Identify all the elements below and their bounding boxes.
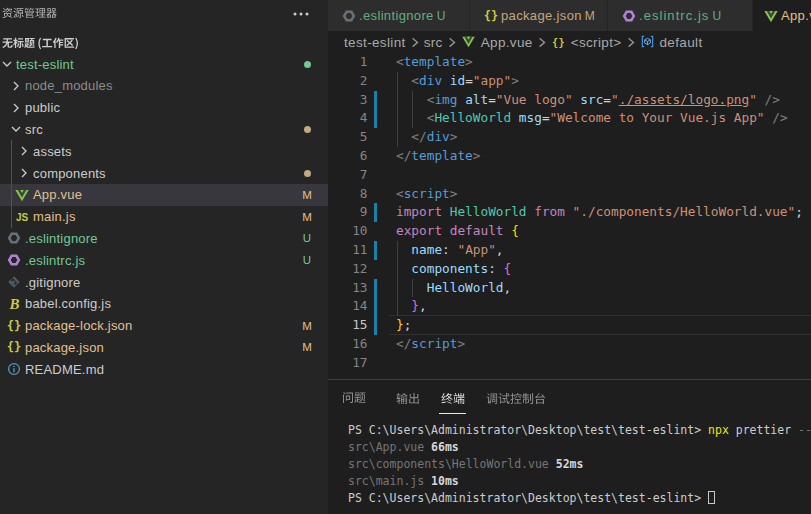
breadcrumb-separator-icon bbox=[407, 34, 423, 50]
panel-tab-debug-console[interactable] bbox=[486, 391, 547, 405]
breadcrumb-item-default[interactable]: default bbox=[640, 34, 703, 50]
gutter-modified-indicator bbox=[374, 316, 377, 335]
panel-tab-output[interactable] bbox=[396, 391, 420, 405]
tab-.eslintrc.js[interactable]: .eslintrc.jsU bbox=[608, 0, 753, 31]
vue-icon bbox=[14, 187, 30, 203]
tab-package.json[interactable]: {}package.jsonM bbox=[470, 0, 608, 31]
tree-item-label: .eslintignore bbox=[25, 231, 98, 246]
code-line-17: 17 bbox=[328, 354, 811, 373]
chevron-right-icon bbox=[16, 143, 32, 159]
more-actions-icon[interactable] bbox=[291, 6, 313, 22]
code-token: > bbox=[457, 336, 465, 351]
code-token: { bbox=[504, 261, 512, 276]
tree-item-label: .eslintrc.js bbox=[25, 253, 85, 268]
code-token: HelloWorld bbox=[427, 280, 504, 295]
tree-item-nodemodules[interactable]: node_modules bbox=[0, 75, 328, 97]
tree-item-test-eslint[interactable]: test-eslint bbox=[0, 53, 328, 75]
code-line-11: 11 name: "App", bbox=[328, 241, 811, 260]
line-number: 15 bbox=[328, 316, 368, 335]
tree-item-.eslintrc.js[interactable]: .eslintrc.jsU bbox=[0, 249, 328, 271]
tree-item-babel.config.js[interactable]: Bbabel.config.js bbox=[0, 293, 328, 315]
code-token: /> bbox=[765, 92, 780, 107]
code-token: img bbox=[434, 92, 457, 107]
gutter-modified-indicator bbox=[374, 203, 377, 222]
code-token: template bbox=[411, 148, 472, 163]
code-token: " bbox=[611, 92, 619, 107]
breadcrumb-label: test-eslint bbox=[344, 35, 406, 50]
line-number: 10 bbox=[328, 222, 368, 241]
breadcrumb-item-App.vue[interactable]: App.vue bbox=[461, 34, 533, 50]
symbol-default-icon bbox=[640, 34, 656, 50]
code-token: script bbox=[411, 336, 457, 351]
code-token: } bbox=[396, 317, 404, 332]
terminal-token: 52ms bbox=[556, 457, 584, 471]
panel-tab-problems[interactable] bbox=[342, 391, 367, 404]
terminal-token: prettier bbox=[736, 423, 798, 437]
code-token bbox=[496, 261, 504, 276]
line-number: 14 bbox=[328, 297, 368, 316]
chevron-down-icon bbox=[8, 121, 24, 137]
breadcrumb-label: App.vue bbox=[481, 35, 533, 50]
tree-item-label: src bbox=[25, 122, 43, 137]
code-line-4: 4 <HelloWorld msg="Welcome to Your Vue.j… bbox=[328, 109, 811, 128]
terminal-token: 66ms bbox=[431, 440, 459, 454]
code-line-text: import HelloWorld from "./components/Hel… bbox=[396, 203, 803, 222]
panel-tab-label bbox=[486, 391, 547, 405]
code-token: HelloWorld bbox=[450, 204, 527, 219]
tree-item-src[interactable]: src bbox=[0, 118, 328, 140]
tree-item-label: node_modules bbox=[25, 78, 113, 93]
tree-item-main.js[interactable]: JSmain.jsM bbox=[0, 206, 328, 228]
workspace-section-header[interactable] bbox=[2, 36, 79, 51]
breadcrumb-item-script[interactable]: {}<script> bbox=[551, 34, 622, 50]
tab-bar: .eslintignoreU{}package.jsonM.eslintrc.j… bbox=[328, 0, 811, 31]
line-number: 12 bbox=[328, 260, 368, 279]
tree-item-README.md[interactable]: README.md bbox=[0, 358, 328, 380]
code-token: = bbox=[603, 92, 611, 107]
breadcrumb: test-eslintsrcApp.vue{}<script>default bbox=[328, 31, 811, 53]
code-editor[interactable]: 1<template>2 <div id="app">3 <img alt="V… bbox=[328, 53, 811, 379]
tree-item-App.vue[interactable]: App.vueM bbox=[0, 184, 328, 206]
babel-icon: B bbox=[6, 296, 22, 312]
code-token: } bbox=[411, 298, 419, 313]
terminal-line-1: PS C:\Users\Administrator\Desktop\test\t… bbox=[348, 422, 811, 439]
code-line-text: }; bbox=[396, 316, 411, 335]
breadcrumb-item-test-eslint[interactable]: test-eslint bbox=[344, 35, 406, 50]
panel-tab-terminal[interactable] bbox=[441, 391, 466, 405]
terminal-token: -- bbox=[798, 423, 811, 437]
json-icon: {} bbox=[483, 8, 499, 24]
indent-guide bbox=[397, 241, 398, 316]
code-token: "./components/HelloWorld.vue" bbox=[573, 204, 796, 219]
tree-item-assets[interactable]: assets bbox=[0, 140, 328, 162]
line-number: 17 bbox=[328, 354, 368, 373]
terminal-line-4: src\main.js 10ms bbox=[348, 473, 811, 490]
tree-item-package-lock.json[interactable]: {}package-lock.jsonM bbox=[0, 315, 328, 337]
tab-App.vue[interactable]: App.vue bbox=[753, 0, 811, 31]
breadcrumb-label: <script> bbox=[571, 35, 622, 50]
breadcrumb-item-src[interactable]: src bbox=[424, 35, 443, 50]
terminal-line-5: PS C:\Users\Administrator\Desktop\test\t… bbox=[348, 490, 811, 507]
code-line-10: 10export default { bbox=[328, 222, 811, 241]
explorer-title bbox=[2, 6, 58, 19]
terminal-token: PS C:\Users\Administrator\Desktop\test\t… bbox=[348, 491, 708, 505]
git-status-badge: M bbox=[300, 209, 314, 225]
terminal-output[interactable]: PS C:\Users\Administrator\Desktop\test\t… bbox=[348, 422, 811, 507]
code-token bbox=[442, 204, 450, 219]
svg-text:{}: {} bbox=[552, 36, 565, 48]
code-token bbox=[457, 92, 465, 107]
eslint-purple-icon bbox=[621, 8, 637, 24]
line-number: 1 bbox=[328, 53, 368, 72]
tree-item-components[interactable]: components bbox=[0, 162, 328, 184]
tree-item-.gitignore[interactable]: .gitignore bbox=[0, 271, 328, 293]
code-token: < bbox=[396, 186, 404, 201]
code-token: , bbox=[496, 242, 504, 257]
code-line-12: 12 components: { bbox=[328, 260, 811, 279]
git-icon bbox=[6, 274, 22, 290]
git-status-dot bbox=[304, 61, 311, 68]
git-status-badge: U bbox=[300, 252, 314, 268]
code-token: msg bbox=[519, 110, 542, 125]
tree-item-.eslintignore[interactable]: .eslintignoreU bbox=[0, 227, 328, 249]
tab-.eslintignore[interactable]: .eslintignoreU bbox=[328, 0, 470, 31]
tree-item-package.json[interactable]: {}package.jsonM bbox=[0, 336, 328, 358]
tree-item-public[interactable]: public bbox=[0, 97, 328, 119]
indent-guide bbox=[412, 91, 413, 129]
